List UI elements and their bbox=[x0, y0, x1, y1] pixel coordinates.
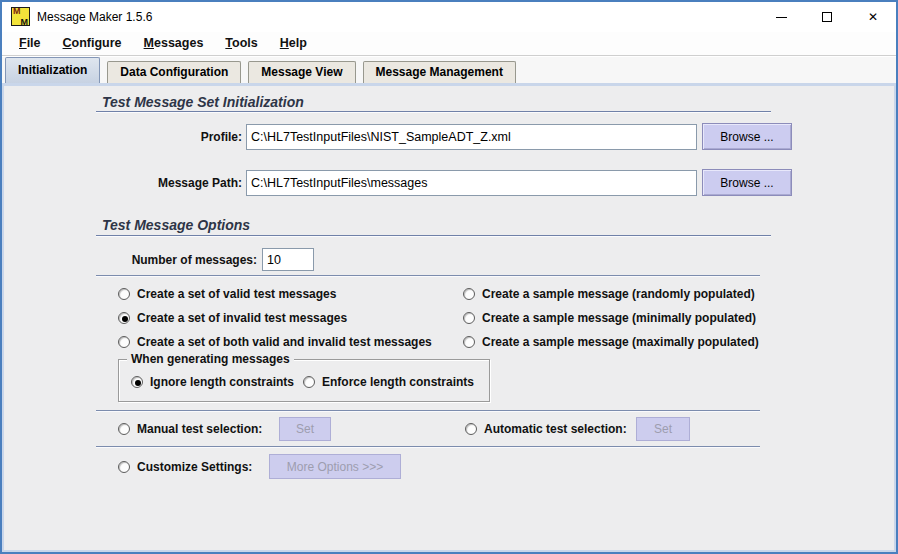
radio-icon[interactable] bbox=[118, 288, 130, 300]
message-path-browse-button[interactable]: Browse ... bbox=[702, 169, 792, 196]
radio-label: Create a sample message (randomly popula… bbox=[482, 287, 755, 301]
profile-browse-button[interactable]: Browse ... bbox=[702, 123, 792, 150]
section-underline bbox=[96, 111, 771, 113]
separator bbox=[96, 410, 760, 412]
radio-sample-minimally[interactable]: Create a sample message (minimally popul… bbox=[463, 311, 756, 325]
radio-label: Create a sample message (maximally popul… bbox=[482, 335, 759, 349]
title-bar[interactable]: M M Message Maker 1.5.6 ✕ bbox=[2, 2, 896, 32]
when-generating-messages-group: When generating messages Ignore length c… bbox=[118, 359, 490, 402]
radio-both-valid-invalid-messages[interactable]: Create a set of both valid and invalid t… bbox=[118, 335, 432, 349]
radio-automatic-test-selection[interactable]: Automatic test selection: bbox=[465, 422, 627, 436]
close-icon: ✕ bbox=[868, 11, 878, 23]
profile-input[interactable] bbox=[246, 124, 697, 150]
radio-enforce-length-constraints[interactable]: Enforce length constraints bbox=[303, 375, 474, 389]
menu-configure[interactable]: Configure bbox=[52, 33, 133, 54]
radio-label: Create a set of both valid and invalid t… bbox=[137, 335, 432, 349]
minimize-icon bbox=[776, 17, 787, 18]
radio-icon[interactable] bbox=[118, 423, 130, 435]
app-window: M M Message Maker 1.5.6 ✕ File Configure… bbox=[0, 0, 898, 554]
radio-label: Create a set of invalid test messages bbox=[137, 311, 347, 325]
radio-icon[interactable] bbox=[303, 376, 315, 388]
message-path-input[interactable] bbox=[246, 170, 697, 196]
tab-message-management[interactable]: Message Management bbox=[363, 61, 516, 83]
separator bbox=[96, 446, 760, 448]
radio-label: Manual test selection: bbox=[137, 422, 262, 436]
radio-valid-test-messages[interactable]: Create a set of valid test messages bbox=[118, 287, 336, 301]
profile-label: Profile: bbox=[132, 130, 242, 144]
tab-data-configuration[interactable]: Data Configuration bbox=[107, 61, 241, 83]
tab-message-view[interactable]: Message View bbox=[248, 61, 355, 83]
radio-icon[interactable] bbox=[118, 461, 130, 473]
minimize-button[interactable] bbox=[758, 2, 804, 32]
menu-file[interactable]: File bbox=[8, 33, 52, 54]
number-of-messages-label: Number of messages: bbox=[124, 253, 257, 267]
automatic-set-button[interactable]: Set bbox=[636, 417, 690, 441]
radio-label: Enforce length constraints bbox=[322, 375, 474, 389]
radio-manual-test-selection[interactable]: Manual test selection: bbox=[118, 422, 262, 436]
radio-sample-randomly[interactable]: Create a sample message (randomly popula… bbox=[463, 287, 755, 301]
number-of-messages-input[interactable] bbox=[262, 248, 314, 271]
radio-icon[interactable] bbox=[118, 312, 130, 324]
radio-label: Create a sample message (minimally popul… bbox=[482, 311, 756, 325]
app-icon: M M bbox=[11, 7, 30, 26]
window-title: Message Maker 1.5.6 bbox=[37, 10, 152, 24]
maximize-icon bbox=[822, 12, 832, 22]
separator bbox=[96, 275, 760, 277]
section-title-options: Test Message Options bbox=[102, 217, 250, 233]
radio-sample-maximally[interactable]: Create a sample message (maximally popul… bbox=[463, 335, 759, 349]
radio-customize-settings[interactable]: Customize Settings: bbox=[118, 460, 252, 474]
radio-invalid-test-messages[interactable]: Create a set of invalid test messages bbox=[118, 311, 347, 325]
more-options-button[interactable]: More Options >>> bbox=[269, 454, 401, 479]
initialization-panel: Test Message Set Initialization Profile:… bbox=[2, 83, 896, 552]
maximize-button[interactable] bbox=[804, 2, 850, 32]
radio-ignore-length-constraints[interactable]: Ignore length constraints bbox=[131, 375, 294, 389]
section-underline bbox=[96, 235, 771, 237]
radio-icon[interactable] bbox=[463, 336, 475, 348]
radio-label: Automatic test selection: bbox=[484, 422, 627, 436]
close-button[interactable]: ✕ bbox=[850, 2, 896, 32]
app-icon-letter: M bbox=[13, 6, 21, 16]
manual-set-button[interactable]: Set bbox=[279, 417, 331, 441]
section-title-initialization: Test Message Set Initialization bbox=[102, 94, 304, 110]
group-title: When generating messages bbox=[127, 352, 294, 366]
radio-label: Create a set of valid test messages bbox=[137, 287, 336, 301]
tab-initialization[interactable]: Initialization bbox=[5, 57, 100, 83]
radio-icon[interactable] bbox=[465, 423, 477, 435]
radio-icon[interactable] bbox=[463, 312, 475, 324]
message-path-label: Message Path: bbox=[132, 176, 242, 190]
app-icon-letter: M bbox=[21, 17, 29, 27]
radio-label: Ignore length constraints bbox=[150, 375, 294, 389]
radio-label: Customize Settings: bbox=[137, 460, 252, 474]
radio-icon[interactable] bbox=[463, 288, 475, 300]
radio-icon[interactable] bbox=[131, 376, 143, 388]
menu-help[interactable]: Help bbox=[269, 33, 318, 54]
radio-icon[interactable] bbox=[118, 336, 130, 348]
menu-tools[interactable]: Tools bbox=[214, 33, 268, 54]
menu-bar: File Configure Messages Tools Help bbox=[2, 32, 896, 56]
tab-strip: Initialization Data Configuration Messag… bbox=[2, 57, 896, 83]
menu-messages[interactable]: Messages bbox=[133, 33, 215, 54]
